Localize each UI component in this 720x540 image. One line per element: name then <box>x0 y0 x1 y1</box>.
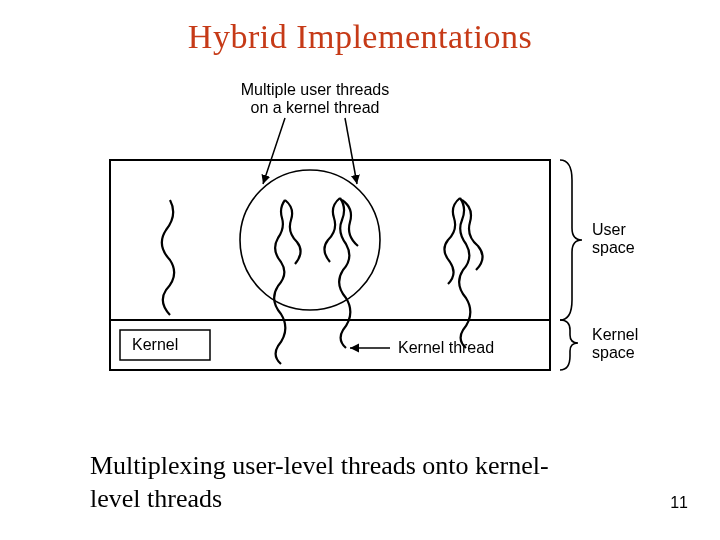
user-thread-icon <box>162 200 174 315</box>
top-label-line1: Multiple user threads <box>241 81 390 98</box>
caption-line2: level threads <box>90 484 222 513</box>
top-label-line2: on a kernel thread <box>251 99 380 116</box>
brace-kernel-space <box>560 320 578 370</box>
user-thread-icon <box>324 198 340 262</box>
caption-line1: Multiplexing user-level threads onto ker… <box>90 451 549 480</box>
slide-title: Hybrid Implementations <box>0 18 720 56</box>
thread-group-circle <box>240 170 380 310</box>
user-thread-icon <box>285 200 301 264</box>
caption: Multiplexing user-level threads onto ker… <box>90 450 650 515</box>
page-number: 11 <box>670 494 688 512</box>
arrow-top-left <box>263 118 285 184</box>
kernel-space-label-1: Kernel <box>592 326 638 343</box>
arrow-top-right <box>345 118 357 184</box>
user-space-label-2: space <box>592 239 635 256</box>
user-space-label-1: User <box>592 221 626 238</box>
kernel-thread-icon <box>274 200 285 364</box>
kernel-space-label-2: space <box>592 344 635 361</box>
kernel-thread-icon <box>339 198 350 348</box>
brace-user-space <box>560 160 582 320</box>
kernel-thread-label: Kernel thread <box>398 339 494 356</box>
kernel-thread-icon <box>459 198 470 348</box>
kernel-label: Kernel <box>132 336 178 353</box>
user-thread-icon <box>444 198 460 284</box>
diagram: Kernel Multiple user threads on a kernel… <box>0 80 720 410</box>
